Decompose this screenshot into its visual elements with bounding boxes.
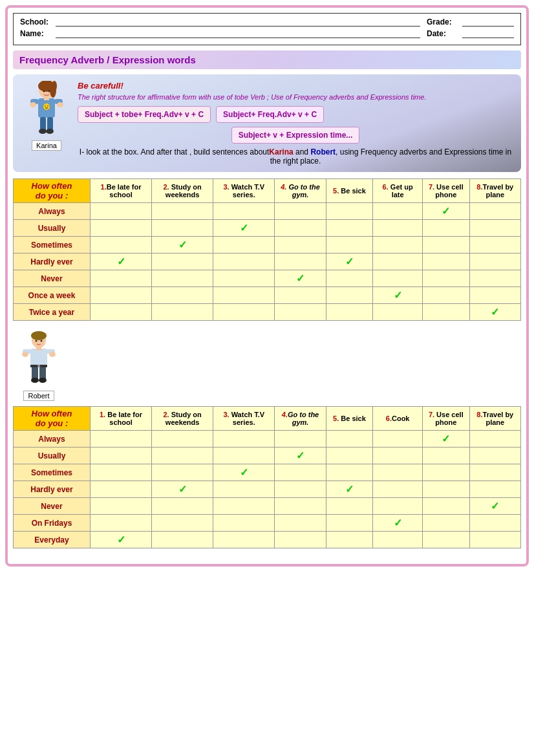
checkmark-icon: ✓ bbox=[117, 256, 125, 267]
check-cell bbox=[152, 464, 213, 481]
check-cell bbox=[213, 287, 275, 304]
col-header-7: 7. Use cell phone bbox=[422, 179, 469, 203]
check-cell bbox=[373, 254, 423, 270]
table-row: Hardly ever✓✓ bbox=[14, 481, 521, 498]
check-cell bbox=[422, 498, 469, 515]
col-header-r2: 2. Study on weekends bbox=[152, 407, 213, 431]
check-cell bbox=[469, 287, 520, 304]
checkmark-icon: ✓ bbox=[394, 290, 402, 301]
checkmark-icon: ✓ bbox=[345, 484, 354, 495]
check-cell bbox=[152, 304, 213, 321]
grade-label: Grade: bbox=[427, 17, 456, 27]
check-cell: ✓ bbox=[90, 532, 151, 548]
check-cell bbox=[373, 237, 423, 254]
karina-table-section: How oftendo you : 1.Be late for school 2… bbox=[13, 178, 521, 321]
main-instruction: I- look at the box. And after that , bui… bbox=[78, 147, 513, 166]
careful-label: Be carefull! bbox=[78, 81, 513, 91]
check-cell bbox=[152, 203, 213, 220]
check-cell: ✓ bbox=[326, 254, 373, 270]
col-header-3: 3. Watch T.V series. bbox=[213, 179, 275, 203]
check-cell bbox=[326, 287, 373, 304]
grade-input-line[interactable] bbox=[462, 17, 514, 27]
check-cell: ✓ bbox=[326, 481, 373, 498]
freq-label: Always bbox=[14, 203, 91, 220]
checkmark-icon: ✓ bbox=[178, 484, 187, 495]
freq-label: Twice a year bbox=[14, 304, 91, 321]
check-cell: ✓ bbox=[422, 431, 469, 448]
check-cell bbox=[469, 254, 520, 270]
instruction-content: Be carefull! The right structure for aff… bbox=[78, 81, 513, 166]
check-cell bbox=[152, 498, 213, 515]
name-input-line[interactable] bbox=[56, 29, 420, 38]
check-cell bbox=[469, 220, 520, 237]
check-cell bbox=[152, 515, 213, 532]
col-header-2: 2. Study on weekends bbox=[152, 179, 213, 203]
check-cell bbox=[373, 220, 423, 237]
date-input-line[interactable] bbox=[462, 29, 514, 38]
check-cell bbox=[326, 270, 373, 287]
check-cell bbox=[90, 515, 151, 532]
girl-figure: Karina bbox=[21, 81, 72, 151]
check-cell bbox=[422, 532, 469, 548]
check-cell: ✓ bbox=[469, 498, 520, 515]
col-header-4: 4. Go to the gym. bbox=[275, 179, 326, 203]
freq-label: Always bbox=[14, 431, 91, 448]
svg-rect-21 bbox=[30, 349, 47, 367]
checkmark-icon: ✓ bbox=[345, 256, 354, 267]
check-cell bbox=[373, 498, 423, 515]
check-cell bbox=[275, 304, 326, 321]
check-cell: ✓ bbox=[152, 481, 213, 498]
check-cell bbox=[90, 481, 151, 498]
check-cell bbox=[469, 431, 520, 448]
check-cell bbox=[422, 464, 469, 481]
check-cell bbox=[275, 254, 326, 270]
check-cell bbox=[373, 448, 423, 464]
school-label: School: bbox=[20, 17, 49, 27]
checkmark-icon: ✓ bbox=[442, 206, 450, 217]
check-cell bbox=[90, 237, 151, 254]
freq-label: Sometimes bbox=[14, 464, 91, 481]
col-header-r1: 1. Be late for school bbox=[90, 407, 151, 431]
school-row: School: Grade: bbox=[20, 17, 514, 27]
svg-point-16 bbox=[43, 103, 50, 110]
check-cell bbox=[213, 270, 275, 287]
freq-label: Usually bbox=[14, 448, 91, 464]
check-cell bbox=[422, 304, 469, 321]
check-cell bbox=[213, 431, 275, 448]
check-cell bbox=[152, 287, 213, 304]
boy-figure: Robert bbox=[13, 331, 65, 401]
freq-label: Hardly ever bbox=[14, 481, 91, 498]
checkmark-icon: ✓ bbox=[240, 467, 248, 478]
school-input-line[interactable] bbox=[56, 17, 420, 27]
svg-point-31 bbox=[36, 340, 37, 342]
karina-table: How oftendo you : 1.Be late for school 2… bbox=[13, 178, 521, 321]
check-cell bbox=[90, 270, 151, 287]
date-label: Date: bbox=[427, 29, 456, 38]
svg-point-13 bbox=[46, 129, 54, 134]
check-cell bbox=[275, 464, 326, 481]
check-cell bbox=[213, 532, 275, 548]
karina-table-header: How oftendo you : 1.Be late for school 2… bbox=[14, 179, 521, 203]
col-header-6: 6. Get up late bbox=[373, 179, 423, 203]
check-cell bbox=[90, 431, 151, 448]
table-row: Always✓ bbox=[14, 431, 521, 448]
title-bar: Frequency Adverb / Expression words bbox=[13, 50, 521, 69]
check-cell bbox=[373, 532, 423, 548]
check-cell bbox=[213, 498, 275, 515]
check-cell bbox=[469, 464, 520, 481]
form-section: School: Grade: Name: Date: bbox=[13, 13, 521, 45]
col-header-r6: 6.Cook bbox=[373, 407, 423, 431]
svg-rect-22 bbox=[36, 347, 41, 351]
check-cell bbox=[326, 304, 373, 321]
check-cell bbox=[213, 448, 275, 464]
svg-point-8 bbox=[30, 102, 36, 107]
instruction-prefix: I- look at the box. And after that , bui… bbox=[80, 147, 270, 157]
how-often-header-2: How oftendo you : bbox=[14, 407, 91, 431]
svg-point-29 bbox=[31, 378, 39, 383]
svg-point-32 bbox=[41, 340, 43, 342]
freq-label: Everyday bbox=[14, 532, 91, 548]
formula-box-1: Subject + tobe+ Freq.Adv+ v + C bbox=[78, 106, 211, 123]
check-cell bbox=[326, 203, 373, 220]
check-cell: ✓ bbox=[152, 237, 213, 254]
robert-name: Robert bbox=[310, 147, 336, 157]
